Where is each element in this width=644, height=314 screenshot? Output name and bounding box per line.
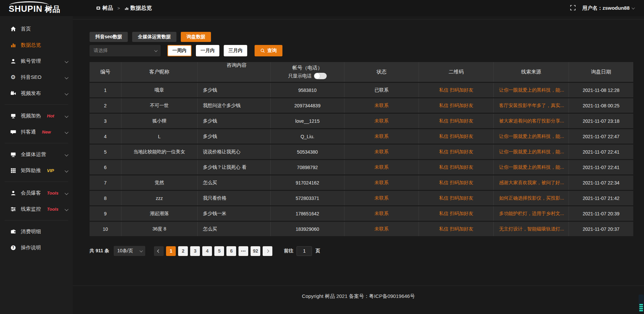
tab-3[interactable]: 询盘数据 xyxy=(181,32,211,42)
quick-range-group: 一周内一月内三月内 xyxy=(167,45,247,56)
video-camera-icon xyxy=(10,90,16,96)
cell-source[interactable]: 如何正确选择投影仪，买投影... xyxy=(494,191,569,205)
sidebar-divider xyxy=(5,104,68,105)
sidebar-item-13[interactable]: ?操作说明 xyxy=(0,240,73,256)
search-button[interactable]: 查询 xyxy=(255,45,282,56)
cell-id: 5 xyxy=(90,145,121,159)
total-count-label: 共 911 条 xyxy=(90,248,109,254)
cell-source[interactable]: 让你一眼就爱上的黑科技，能... xyxy=(494,129,569,144)
cell-date: 2021-11-08 00:25 xyxy=(569,98,633,113)
cell-source[interactable]: 让你一眼就爱上的黑科技，能... xyxy=(494,145,569,159)
page-button-3[interactable]: 3 xyxy=(190,246,200,256)
cell-source[interactable]: 被大家追着问的客厅投影分享... xyxy=(494,114,569,128)
cell-source[interactable]: 感谢大家喜欢我家，被问了好... xyxy=(494,175,569,190)
floating-side-widget[interactable] xyxy=(639,295,644,312)
sidebar-item-8[interactable]: 全媒体运营 xyxy=(0,146,73,162)
top-bar: SHUPIN 树品 树品 > 数据总览 用户名：zswodun88 xyxy=(0,0,644,16)
cell-source[interactable]: 客厅安装投影半年多了，真实... xyxy=(494,98,569,113)
page-button-92[interactable]: 92 xyxy=(251,246,260,256)
cell-status: 未联系 xyxy=(344,145,419,159)
page-ellipsis-button[interactable]: ••• xyxy=(238,246,248,256)
sidebar-item-10[interactable]: 会员爆客Tools xyxy=(0,185,73,201)
cell-source[interactable]: 无主灯设计，智能磁吸轨道灯... xyxy=(494,222,569,236)
fullscreen-icon[interactable] xyxy=(570,5,576,11)
cell-id: 2 xyxy=(90,98,121,113)
sidebar-item-5[interactable]: 视频发布 xyxy=(0,85,73,101)
cell-qrcode[interactable]: 私信 扫码加好友 xyxy=(419,206,494,221)
pagination: 共 911 条 10条/页 123456•••92 前往 页 xyxy=(90,246,633,256)
table-row: 7觉然怎么买917024162未联系私信 扫码加好友感谢大家喜欢我家，被问了好.… xyxy=(90,175,633,191)
cell-account: 70898792 xyxy=(271,160,344,174)
tab-1[interactable]: 抖音seo数据 xyxy=(90,32,128,42)
page-size-select[interactable]: 10条/页 xyxy=(114,246,145,256)
sidebar-item-2[interactable]: 数据总览 xyxy=(0,37,73,53)
cell-nickname xyxy=(121,160,198,174)
search-icon xyxy=(260,48,265,53)
range-button-3[interactable]: 三月内 xyxy=(224,45,247,56)
column-header-nickname: 客户昵称 xyxy=(121,62,198,82)
prev-page-button[interactable] xyxy=(154,246,164,256)
cell-qrcode[interactable]: 私信 扫码加好友 xyxy=(419,145,494,159)
account-select[interactable]: 请选择 xyxy=(90,45,161,56)
sidebar-item-3[interactable]: 账号管理 xyxy=(0,53,73,69)
cell-date: 2021-11-07 21:42 xyxy=(569,191,633,205)
cell-status: 未联系 xyxy=(344,175,419,190)
breadcrumb-root[interactable]: 树品 xyxy=(96,5,113,12)
page-button-5[interactable]: 5 xyxy=(214,246,224,256)
cell-status: 已联系 xyxy=(344,83,419,97)
cell-content: 多少钱？让我死心 看 xyxy=(198,160,271,174)
grid-icon xyxy=(10,167,16,173)
cell-content: 多少钱 xyxy=(198,129,271,144)
cell-source[interactable]: 让你一眼就爱上的黑科技，能... xyxy=(494,83,569,97)
sliders-icon xyxy=(10,206,16,212)
cell-qrcode[interactable]: 私信 扫码加好友 xyxy=(419,222,494,236)
cell-qrcode[interactable]: 私信 扫码加好友 xyxy=(419,191,494,205)
user-menu[interactable]: 用户名：zswodun88 xyxy=(582,5,634,11)
goto-label: 前往 xyxy=(284,248,293,254)
cell-qrcode[interactable]: 私信 扫码加好友 xyxy=(419,175,494,190)
page-button-2[interactable]: 2 xyxy=(178,246,188,256)
page-button-1[interactable]: 1 xyxy=(166,246,176,256)
column-header-status: 状态 xyxy=(344,62,419,82)
column-header-date: 询盘日期 xyxy=(569,62,633,82)
cell-qrcode[interactable]: 私信 扫码加好友 xyxy=(419,160,494,174)
sidebar-item-label: 数据总览 xyxy=(21,42,41,48)
tab-2[interactable]: 全媒体运营数据 xyxy=(132,32,176,42)
column-header-account: 帐号（电话） 只显示电话 xyxy=(271,62,344,82)
table-row: 6多少钱？让我死心 看70898792未联系私信 扫码加好友让你一眼就爱上的黑科… xyxy=(90,160,633,175)
cell-qrcode[interactable]: 私信 扫码加好友 xyxy=(419,83,494,97)
cell-nickname: zzz xyxy=(121,191,198,205)
cell-nickname: 当地比较能吃的一位美女 xyxy=(121,145,198,159)
sidebar-item-11[interactable]: 线索监控Tools xyxy=(0,201,73,217)
sidebar-item-7[interactable]: 抖客通New xyxy=(0,124,73,140)
chevron-down-icon xyxy=(65,74,67,80)
cell-account: Q_Liu. xyxy=(271,129,344,144)
goto-page-input[interactable] xyxy=(297,246,312,256)
page-button-4[interactable]: 4 xyxy=(202,246,212,256)
sidebar-item-4[interactable]: ⚙抖音SEO xyxy=(0,69,73,85)
sidebar: 首页数据总览账号管理⚙抖音SEO视频发布视频加热Hot抖客通New全媒体运营矩阵… xyxy=(0,16,73,314)
sidebar-item-1[interactable]: 首页 xyxy=(0,21,73,37)
next-page-button[interactable] xyxy=(263,246,272,256)
cell-qrcode[interactable]: 私信 扫码加好友 xyxy=(419,114,494,128)
cell-content: 怎么买 xyxy=(198,222,271,236)
sidebar-item-12[interactable]: 消费明细 xyxy=(0,223,73,240)
page-button-6[interactable]: 6 xyxy=(226,246,236,256)
sidebar-badge: Hot xyxy=(47,113,54,118)
phone-only-toggle[interactable] xyxy=(314,73,327,79)
cell-id: 10 xyxy=(90,222,121,236)
cell-qrcode[interactable]: 私信 扫码加好友 xyxy=(419,129,494,144)
cell-source[interactable]: 多功能护栏灯，适用于乡村文... xyxy=(494,206,569,221)
range-button-2[interactable]: 一月内 xyxy=(196,45,219,56)
cell-source[interactable]: 让你一眼就爱上的黑科技，能... xyxy=(494,160,569,174)
chevron-down-icon xyxy=(65,152,67,157)
cell-qrcode[interactable]: 私信 扫码加好友 xyxy=(419,98,494,113)
cell-account: 183929060 xyxy=(271,222,344,236)
cell-account: love__1215 xyxy=(271,114,344,128)
chat-icon xyxy=(10,129,16,135)
sidebar-item-label: 会员爆客 xyxy=(21,190,41,196)
sidebar-item-9[interactable]: 矩阵助推VIP xyxy=(0,162,73,178)
range-button-1[interactable]: 一周内 xyxy=(167,45,192,56)
sidebar-item-6[interactable]: 视频加热Hot xyxy=(0,108,73,124)
help-icon: ? xyxy=(10,245,16,251)
